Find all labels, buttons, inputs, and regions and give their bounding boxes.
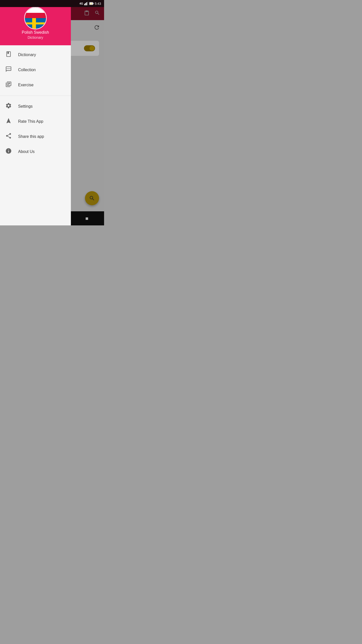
rate-label: Rate This App: [18, 119, 43, 124]
about-label: About Us: [18, 149, 35, 154]
sidebar-item-about[interactable]: About Us: [0, 144, 71, 159]
status-bar: 4G ⚡ 5:43: [0, 0, 104, 7]
sidebar-item-dictionary[interactable]: Dictionary: [0, 47, 71, 62]
svg-point-9: [8, 68, 9, 69]
book-icon: [5, 51, 12, 59]
info-icon: [5, 148, 12, 156]
svg-rect-5: [93, 3, 94, 4]
svg-rect-2: [86, 2, 87, 5]
sidebar-item-exercise[interactable]: Exercise: [0, 77, 71, 93]
status-icons: 4G ⚡ 5:43: [79, 2, 101, 6]
svg-point-8: [7, 68, 8, 69]
drawer-items: Dictionary Collection: [0, 45, 71, 225]
secondary-section: Settings Rate This App Share this: [0, 97, 71, 161]
flag-avatar: [24, 7, 47, 29]
svg-rect-0: [84, 4, 85, 5]
sidebar-item-settings[interactable]: Settings: [0, 99, 71, 114]
drawer-subtitle: Dictionary: [28, 35, 43, 39]
share-icon: [5, 133, 12, 141]
svg-rect-1: [85, 3, 86, 5]
drawer-divider: [0, 96, 71, 96]
svg-text:⚡: ⚡: [90, 3, 92, 5]
chat-icon: [5, 66, 12, 74]
primary-section: Dictionary Collection: [0, 45, 71, 95]
signal-bars-icon: [84, 2, 88, 5]
arrow-icon: [5, 117, 12, 126]
collection-label: Collection: [18, 68, 36, 72]
settings-label: Settings: [18, 104, 33, 109]
exercise-label: Exercise: [18, 83, 33, 87]
list-icon: [5, 81, 12, 89]
dictionary-label: Dictionary: [18, 53, 36, 57]
drawer-title: Polish Swedish: [22, 29, 49, 35]
signal-icon: 4G: [79, 2, 83, 5]
svg-rect-3: [87, 2, 88, 5]
share-label: Share this app: [18, 134, 44, 139]
battery-icon: ⚡: [89, 2, 94, 5]
navigation-drawer: Polish Swedish Dictionary Dictionary: [0, 0, 71, 225]
gear-icon: [5, 102, 12, 110]
time-display: 5:43: [95, 2, 101, 6]
sidebar-item-share[interactable]: Share this app: [0, 129, 71, 144]
sidebar-item-collection[interactable]: Collection: [0, 62, 71, 77]
svg-point-10: [10, 68, 10, 69]
sidebar-item-rate[interactable]: Rate This App: [0, 114, 71, 129]
